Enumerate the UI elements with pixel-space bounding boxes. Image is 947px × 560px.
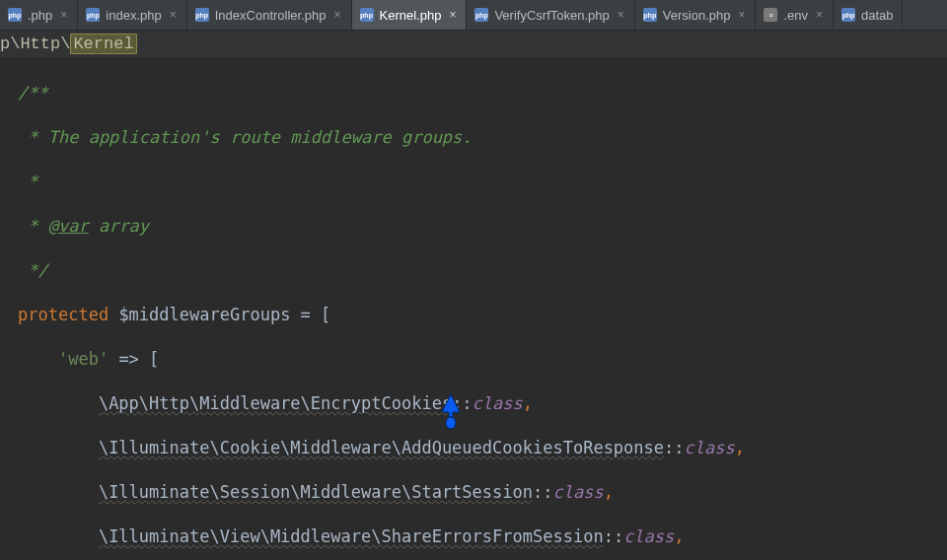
class-ref: \Illuminate\Cookie\Middleware\AddQueuedC… [99,438,664,457]
tab-bar: php .php × php index.php × php IndexCont… [0,0,947,31]
doc-tag: @var [48,216,89,236]
tab-label: Kernel.php [380,8,442,23]
doc-comment: * [18,216,48,236]
php-file-icon: php [360,8,374,22]
tab-label: Version.php [663,8,731,23]
doc-comment: array [89,216,149,236]
operator: :: [533,482,552,502]
tab-file-3-kernel-active[interactable]: php Kernel.php × [352,0,468,30]
php-file-icon: php [841,8,855,22]
operator: => [ [109,349,159,369]
punct: , [604,482,614,502]
close-icon[interactable]: × [168,9,179,21]
class-keyword: class [473,393,523,413]
class-keyword: class [685,438,735,457]
operator: :: [604,526,623,546]
punct: , [735,438,745,457]
breadcrumb-prefix: p\Http\ [0,35,70,53]
close-icon[interactable]: × [736,9,747,21]
tab-label: index.php [106,8,161,23]
breadcrumb-highlight: Kernel [70,34,136,54]
breadcrumb: p\Http\Kernel [0,31,947,57]
class-ref: \App\Http\Middleware\EncryptCookies [99,393,452,413]
php-file-icon: php [643,8,657,22]
class-ref: \Illuminate\Session\Middleware\StartSess… [99,482,533,502]
tab-file-4[interactable]: php VerifyCsrfToken.php × [467,0,634,30]
doc-comment: */ [18,260,48,280]
class-ref: \Illuminate\View\Middleware\ShareErrorsF… [99,526,604,546]
punct: , [674,526,684,546]
tab-label: .env [783,8,808,23]
doc-comment: * [18,172,37,191]
punct: , [523,393,533,413]
close-icon[interactable]: × [58,9,69,21]
tab-file-2[interactable]: php IndexController.php × [187,0,352,30]
operator: = [ [290,305,330,324]
close-icon[interactable]: × [447,9,458,21]
string: 'web' [58,349,109,369]
tab-file-5[interactable]: php Version.php × [635,0,757,30]
close-icon[interactable]: × [616,9,626,21]
tab-file-1[interactable]: php index.php × [78,0,186,30]
php-file-icon: php [474,8,488,22]
code-editor[interactable]: /** * The application's route middleware… [0,57,947,560]
tab-label: datab [861,8,894,23]
close-icon[interactable]: × [814,9,825,21]
doc-comment: * The application's route middleware gro… [18,127,473,147]
operator: :: [664,438,684,457]
close-icon[interactable]: × [331,9,342,21]
tab-label: .php [28,8,52,23]
php-file-icon: php [8,8,22,22]
tab-file-6-env[interactable]: ≡ .env × [756,0,834,30]
tab-label: IndexController.php [215,8,327,23]
keyword-protected: protected [18,305,109,324]
text-file-icon: ≡ [764,8,777,22]
tab-file-0[interactable]: php .php × [0,0,78,30]
variable: $middlewareGroups [118,305,290,324]
class-keyword: class [552,482,603,502]
operator: :: [452,393,472,413]
tab-label: VerifyCsrfToken.php [494,8,609,23]
php-file-icon: php [86,8,100,22]
doc-comment: /** [18,83,48,103]
php-file-icon: php [195,8,209,22]
class-keyword: class [623,526,674,546]
tab-file-7-truncated[interactable]: php datab [834,0,903,30]
